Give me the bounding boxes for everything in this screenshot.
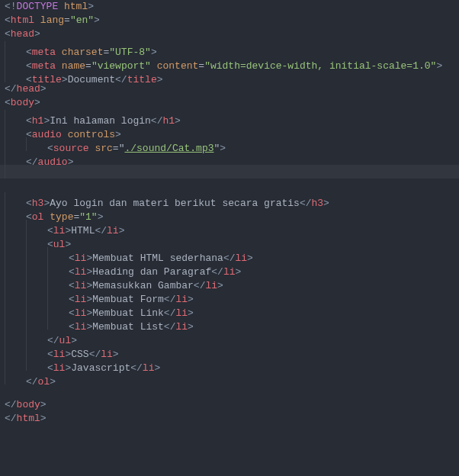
line-content: <meta name="viewport" content="width=dev… [0, 55, 442, 69]
token-attr: html [58, 1, 88, 12]
indent-guide [5, 124, 26, 137]
indent-guide [47, 261, 69, 275]
token-br: < [5, 97, 11, 108]
code-line[interactable]: <li>Membuat Link</li> [0, 302, 459, 316]
token-tag: head [17, 83, 40, 95]
line-content: </head> [0, 82, 47, 96]
line-content: <li>Heading dan Paragraf</li> [0, 261, 241, 275]
line-content [0, 178, 5, 192]
code-line[interactable] [0, 165, 459, 178]
indent-guide [5, 261, 26, 275]
token-tag: html [17, 413, 40, 424]
line-content: <!DOCTYPE html> [0, 0, 94, 14]
code-line[interactable]: <h1>Ini halaman login</h1> [0, 110, 459, 124]
indent-guide [5, 357, 26, 371]
line-content: <li>Membuat Form</li> [0, 288, 194, 302]
token-str: "en" [70, 14, 94, 26]
code-line[interactable]: <meta charset="UTF-8"> [0, 41, 459, 55]
code-line[interactable]: <li>Javascript</li> [0, 357, 459, 371]
indent-guide [5, 330, 26, 343]
code-line[interactable]: <li>Membuat HTML sederhana</li> [0, 247, 459, 261]
indent-guide [5, 247, 26, 261]
line-content: <li>Membuat List</li> [0, 316, 194, 330]
token-br: </ [5, 399, 17, 410]
token-p [34, 14, 40, 26]
indent-guide [5, 220, 26, 233]
indent-guide [5, 41, 26, 55]
line-content: </ul> [0, 330, 77, 343]
line-content: <li>Memasukkan Gambar</li> [0, 275, 223, 288]
code-line[interactable]: <li>CSS</li> [0, 343, 459, 357]
code-editor[interactable]: <!DOCTYPE html><html lang="en"><head><me… [0, 0, 459, 426]
indent-guide [26, 137, 47, 151]
line-content: <h1>Ini halaman login</h1> [0, 110, 181, 124]
line-content [0, 384, 5, 398]
indent-guide [5, 151, 26, 165]
token-tag: body [11, 97, 34, 108]
indent-guide [5, 302, 26, 316]
code-line[interactable]: <li>Memasukkan Gambar</li> [0, 275, 459, 288]
indent-guide [5, 192, 26, 206]
code-line[interactable]: <source src="./sound/Cat.mp3"> [0, 137, 459, 151]
code-line[interactable]: </ul> [0, 330, 459, 343]
token-br: > [34, 97, 40, 108]
indent-guide [5, 110, 26, 124]
indent-guide [5, 165, 26, 178]
token-attr: lang [40, 14, 64, 26]
code-line[interactable]: <li>Membuat List</li> [0, 316, 459, 330]
token-eq: = [64, 14, 70, 26]
token-br: > [88, 1, 94, 12]
indent-guide [26, 233, 47, 247]
token-br: > [94, 14, 100, 26]
code-line[interactable] [0, 384, 459, 398]
code-line[interactable]: <h3>Ayo login dan materi berikut secara … [0, 192, 459, 206]
code-line[interactable]: <li>Membuat Form</li> [0, 288, 459, 302]
indent-guide [47, 316, 69, 330]
token-br: > [34, 28, 40, 40]
code-line[interactable]: <body> [0, 96, 459, 110]
indent-guide [5, 233, 26, 247]
indent-guide [26, 288, 47, 302]
token-br: </ [5, 413, 17, 424]
indent-guide [26, 330, 47, 343]
indent-guide [5, 275, 26, 288]
indent-guide [5, 316, 26, 330]
token-br: </ [5, 83, 17, 95]
token-br: <! [5, 1, 17, 12]
token-tag: html [11, 14, 34, 26]
code-line[interactable]: <head> [0, 27, 459, 41]
token-br: < [5, 14, 11, 26]
line-content: <meta charset="UTF-8"> [0, 41, 157, 55]
indent-guide [5, 343, 26, 357]
indent-guide [47, 247, 69, 261]
line-content: <h3>Ayo login dan materi berikut secara … [0, 192, 329, 206]
token-br: > [40, 399, 47, 410]
line-content: <li>Membuat Link</li> [0, 302, 194, 316]
line-content: </ol> [0, 371, 56, 384]
code-line[interactable]: <ul> [0, 233, 459, 247]
token-tag: body [17, 399, 40, 410]
indent-guide [5, 55, 26, 69]
code-line[interactable]: </html> [0, 412, 459, 426]
code-line[interactable]: </head> [0, 82, 459, 96]
code-line[interactable]: <title>Document</title> [0, 69, 459, 82]
indent-guide [26, 275, 47, 288]
code-line[interactable]: <html lang="en"> [0, 14, 459, 27]
code-line[interactable]: </audio> [0, 151, 459, 165]
indent-guide [5, 69, 26, 82]
code-line[interactable]: </ol> [0, 371, 459, 384]
code-line[interactable]: <meta name="viewport" content="width=dev… [0, 55, 459, 69]
indent-guide [26, 247, 47, 261]
code-line[interactable]: <li>Heading dan Paragraf</li> [0, 261, 459, 275]
indent-guide [5, 288, 26, 302]
token-br: > [40, 83, 47, 95]
line-content: <html lang="en"> [0, 14, 100, 27]
code-line[interactable]: </body> [0, 398, 459, 412]
code-line[interactable] [0, 178, 459, 192]
indent-guide [5, 371, 26, 384]
code-line[interactable]: <!DOCTYPE html> [0, 0, 459, 14]
code-line[interactable]: <ol type="1"> [0, 206, 459, 220]
code-line[interactable]: <audio controls> [0, 124, 459, 137]
indent-guide [47, 275, 69, 288]
code-line[interactable]: <li>HTML</li> [0, 220, 459, 233]
